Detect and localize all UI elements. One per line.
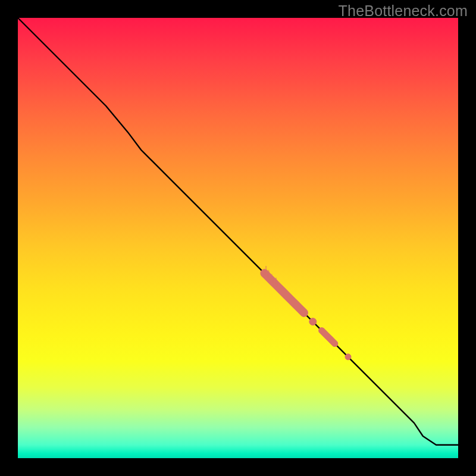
plot-overlay bbox=[18, 18, 458, 458]
svg-point-19 bbox=[345, 354, 351, 360]
svg-rect-2 bbox=[264, 271, 265, 277]
svg-point-18 bbox=[309, 318, 317, 325]
svg-rect-14 bbox=[273, 280, 274, 286]
plot-area bbox=[18, 18, 458, 458]
bottleneck-curve bbox=[18, 18, 458, 445]
svg-rect-12 bbox=[272, 276, 273, 282]
chart-frame: TheBottleneck.com bbox=[0, 0, 476, 476]
attribution-watermark: TheBottleneck.com bbox=[339, 2, 468, 20]
svg-rect-11 bbox=[270, 277, 271, 283]
svg-rect-5 bbox=[267, 272, 268, 278]
svg-rect-17 bbox=[275, 280, 277, 286]
